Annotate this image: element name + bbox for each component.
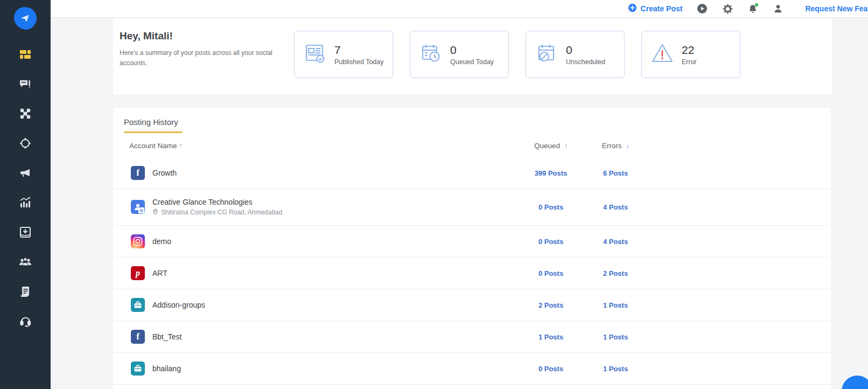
greeting-subtitle: Here's a summary of your posts across al… (120, 48, 275, 68)
tab-posting-history[interactable]: Posting History (124, 117, 183, 133)
summary-card-error[interactable]: 22Error (641, 31, 740, 78)
facebook-icon: f (131, 330, 145, 344)
error-posts-link[interactable]: 6 Posts (603, 169, 628, 177)
posts-icon[interactable] (18, 78, 32, 91)
greeting-title: Hey, Mitali! (120, 30, 281, 42)
calendar-blocked-icon (534, 41, 559, 68)
create-post-label: Create Post (641, 4, 683, 13)
plus-circle-icon (628, 3, 637, 14)
account-name: ART (152, 269, 167, 277)
google-badge: G (138, 207, 144, 213)
error-posts-link[interactable]: 1 Posts (603, 365, 628, 373)
socialpilot-logo[interactable] (14, 7, 37, 30)
create-post-button[interactable]: Create Post (628, 3, 683, 14)
account-cell: fBbt_Test (113, 330, 519, 344)
queued-posts-link[interactable]: 1 Posts (538, 333, 563, 341)
request-new-feature-link[interactable]: Request New Feat (805, 4, 868, 13)
account-name: bhailang (152, 364, 181, 373)
promote-icon[interactable] (18, 166, 32, 179)
location-pin-icon (152, 209, 158, 217)
greeting: Hey, Mitali! Here's a summary of your po… (120, 30, 281, 68)
queued-posts-link[interactable]: 0 Posts (538, 203, 563, 211)
user-icon[interactable] (773, 3, 783, 14)
account-cell: fGrowth (113, 166, 519, 180)
error-posts-link[interactable]: 4 Posts (603, 203, 628, 211)
column-header-queued[interactable]: Queued ↑ (519, 142, 583, 150)
account-location: Shitiratna Complex CG Road, Ahmedabad (152, 209, 282, 217)
pinterest-icon: p (131, 266, 145, 280)
account-name: Bbt_Test (152, 332, 181, 341)
errors-header-label: Errors (602, 142, 622, 150)
queued-posts-link[interactable]: 0 Posts (538, 365, 563, 373)
sidebar-nav (18, 48, 32, 328)
support-icon[interactable] (18, 315, 32, 328)
notification-dot (755, 3, 758, 6)
table-row[interactable]: GCreative Glance TechnologiesShitiratna … (113, 189, 831, 226)
queued-header-label: Queued (534, 142, 560, 150)
queued-posts-link[interactable]: 0 Posts (538, 238, 563, 246)
inbox-icon[interactable] (18, 226, 32, 239)
connect-icon[interactable] (18, 107, 32, 120)
calendar-clock-icon (418, 41, 443, 68)
team-icon[interactable] (18, 255, 32, 268)
sort-down-icon: ↓ (626, 142, 629, 150)
account-cell: GCreative Glance TechnologiesShitiratna … (113, 198, 519, 217)
account-name: Growth (152, 169, 177, 177)
play-circle-icon[interactable] (697, 3, 708, 14)
published-doc-icon (303, 41, 327, 68)
sidebar (0, 0, 51, 389)
error-posts-link[interactable]: 2 Posts (603, 269, 628, 277)
table-row[interactable]: pART0 Posts2 Posts (113, 258, 831, 289)
content-icon[interactable] (18, 285, 32, 298)
discover-icon[interactable] (18, 137, 32, 150)
google-my-business-icon: G (131, 200, 145, 214)
column-header-errors[interactable]: Errors ↓ (583, 142, 648, 150)
facebook-icon: f (131, 166, 145, 180)
card-value: 22 (682, 44, 697, 57)
dashboard-icon[interactable] (18, 48, 32, 61)
account-name: Addison-groups (152, 301, 205, 309)
gear-icon[interactable] (722, 3, 733, 14)
card-label: Queued Today (450, 58, 494, 66)
queued-posts-link[interactable]: 2 Posts (538, 301, 563, 309)
tab-label: Posting History (124, 117, 183, 127)
sort-up-icon: ↑ (564, 142, 568, 150)
column-header-account-name[interactable]: Account Name ↑ (113, 142, 519, 150)
card-label: Unscheduled (566, 58, 605, 66)
card-value: 0 (566, 44, 605, 57)
card-value: 7 (334, 44, 384, 57)
summary-cards: 7Published Today0Queued Today0Unschedule… (294, 31, 740, 78)
briefcase-icon (131, 362, 145, 376)
queued-posts-link[interactable]: 399 Posts (535, 169, 568, 177)
analytics-icon[interactable] (18, 196, 32, 209)
table-header: Account Name ↑ Queued ↑ Errors ↓ (113, 142, 831, 150)
table-row[interactable]: fBbt_Test1 Posts1 Posts (113, 321, 831, 353)
tab-active-underline (124, 131, 183, 133)
summary-card-unscheduled[interactable]: 0Unscheduled (526, 31, 625, 78)
table-row[interactable]: bhailang0 Posts1 Posts (113, 353, 831, 385)
account-cell: Addison-groups (113, 298, 519, 312)
error-posts-link[interactable]: 1 Posts (603, 301, 628, 309)
table-row[interactable]: fGrowth399 Posts6 Posts (113, 157, 831, 189)
account-cell: demo (113, 234, 519, 248)
summary-card-published-today[interactable]: 7Published Today (294, 31, 393, 78)
bell-icon[interactable] (747, 3, 758, 14)
posting-history-card: Posting History Account Name ↑ Queued ↑ … (113, 108, 831, 389)
paper-plane-icon (14, 7, 37, 30)
topbar: Create Post Request New Feat (51, 0, 868, 18)
warning-triangle-icon (650, 41, 675, 68)
account-name: Creative Glance Technologies (152, 198, 282, 206)
card-label: Error (682, 58, 697, 66)
summary-section: Hey, Mitali! Here's a summary of your po… (113, 18, 832, 94)
account-cell: bhailang (113, 362, 519, 376)
table-row[interactable]: demo0 Posts4 Posts (113, 226, 831, 258)
error-posts-link[interactable]: 4 Posts (603, 238, 628, 246)
sort-up-icon: ↑ (179, 142, 183, 149)
summary-card-queued-today[interactable]: 0Queued Today (410, 31, 509, 78)
table-row[interactable]: Addison-groups2 Posts1 Posts (113, 289, 831, 321)
queued-posts-link[interactable]: 0 Posts (538, 269, 563, 277)
card-value: 0 (450, 44, 494, 57)
account-name-header-label: Account Name (129, 142, 177, 150)
error-posts-link[interactable]: 1 Posts (603, 333, 628, 341)
chat-widget-button[interactable] (842, 376, 868, 389)
